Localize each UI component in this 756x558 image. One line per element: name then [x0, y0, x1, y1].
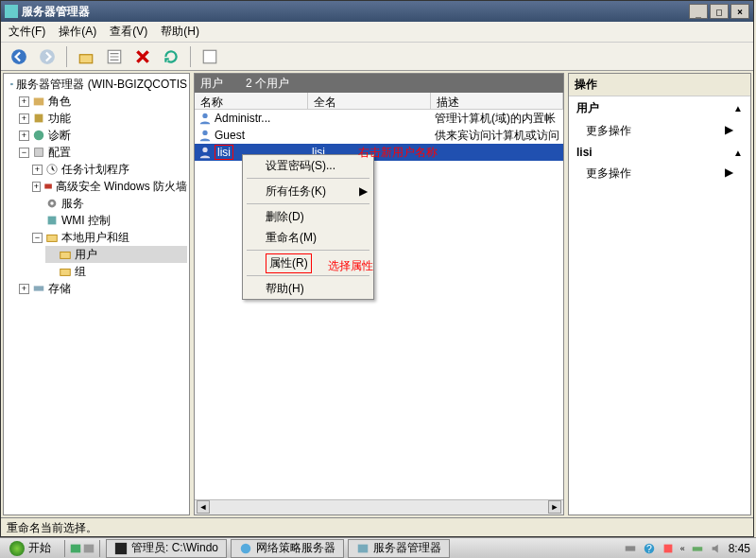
expander-icon[interactable]: + — [19, 131, 29, 141]
tray-chevron-icon[interactable]: « — [680, 544, 685, 553]
horizontal-scrollbar[interactable]: ◄ ► — [195, 499, 563, 514]
chevron-up-icon: ▲ — [733, 148, 743, 158]
menu-help[interactable]: 帮助(H) — [161, 24, 199, 40]
actions-more-2[interactable]: 更多操作▶ — [569, 163, 750, 184]
scroll-left-icon[interactable]: ◄ — [197, 500, 210, 514]
arrow-right-icon: ▶ — [725, 166, 733, 182]
scroll-right-icon[interactable]: ► — [548, 500, 561, 514]
delete-button[interactable] — [130, 44, 155, 69]
tree-storage[interactable]: +存储 — [19, 280, 187, 297]
tree-users[interactable]: 用户 — [45, 246, 187, 263]
user-icon — [198, 112, 212, 125]
tree-root[interactable]: 服务器管理器 (WIN-BGIZQCOTIS — [6, 76, 187, 93]
properties-button[interactable] — [102, 44, 127, 69]
table-row[interactable]: Guest 供来宾访问计算机或访问 — [195, 127, 563, 144]
tree-localusersgroups[interactable]: −本地用户和组 — [32, 229, 187, 246]
user-icon — [198, 146, 212, 159]
ctx-help[interactable]: 帮助(H) — [243, 278, 373, 299]
svg-rect-7 — [35, 114, 43, 123]
actions-section-users[interactable]: 用户▲ — [569, 96, 750, 120]
tree-features[interactable]: +功能 — [19, 110, 187, 127]
expander-icon[interactable]: − — [32, 233, 43, 243]
svg-rect-31 — [692, 547, 702, 550]
back-button[interactable] — [7, 44, 31, 69]
menu-view[interactable]: 查看(V) — [110, 24, 147, 40]
quicklaunch-icon[interactable] — [82, 542, 95, 555]
restore-button[interactable]: □ — [710, 4, 729, 19]
ctx-all-tasks[interactable]: 所有任务(K)▶ — [243, 181, 373, 201]
menubar: 文件(F) 操作(A) 查看(V) 帮助(H) — [1, 22, 753, 43]
window-title: 服务器管理器 — [22, 4, 90, 20]
volume-icon[interactable] — [710, 542, 723, 555]
tree-config[interactable]: −配置 — [19, 144, 187, 161]
app-icon — [5, 5, 18, 18]
taskbar-item[interactable]: 服务器管理器 — [348, 539, 450, 558]
taskbar-item[interactable]: 网络策略服务器 — [231, 539, 344, 558]
svg-point-13 — [50, 201, 54, 205]
tray-icon[interactable]: ? — [643, 542, 656, 555]
menu-separator — [247, 275, 369, 276]
svg-rect-27 — [625, 546, 635, 550]
ctx-rename[interactable]: 重命名(M) — [243, 227, 373, 248]
col-name[interactable]: 名称 — [195, 93, 308, 109]
status-bar: 重命名当前选择。 — [1, 517, 753, 536]
actions-section-lisi[interactable]: lisi▲ — [569, 142, 750, 163]
help-button[interactable] — [198, 44, 222, 69]
chevron-up-icon: ▲ — [733, 103, 743, 113]
ctx-delete[interactable]: 删除(D) — [243, 206, 373, 227]
tree-firewall[interactable]: +高级安全 Windows 防火墙 — [32, 178, 187, 195]
svg-rect-30 — [663, 544, 672, 552]
menu-separator — [247, 203, 369, 204]
tray-icon[interactable] — [624, 542, 637, 555]
close-button[interactable]: × — [730, 4, 749, 19]
svg-rect-11 — [44, 183, 52, 188]
ctx-set-password[interactable]: 设置密码(S)... — [243, 155, 373, 176]
svg-rect-16 — [60, 252, 71, 258]
svg-point-25 — [241, 543, 251, 553]
list-header-title: 用户 — [200, 76, 223, 92]
svg-rect-2 — [79, 54, 93, 62]
svg-rect-24 — [115, 542, 127, 553]
minimize-button[interactable]: _ — [689, 4, 708, 19]
tree-wmi[interactable]: WMI 控制 — [32, 212, 187, 229]
user-icon — [198, 129, 212, 142]
up-button[interactable] — [74, 44, 98, 69]
refresh-button[interactable] — [159, 44, 183, 69]
svg-point-19 — [202, 113, 207, 118]
taskbar-item[interactable]: 管理员: C:\Windo — [106, 539, 227, 558]
expander-icon[interactable]: + — [32, 165, 43, 175]
tree-diagnostics[interactable]: +诊断 — [19, 127, 187, 144]
menu-separator — [247, 250, 369, 251]
svg-point-8 — [34, 131, 44, 141]
menu-action[interactable]: 操作(A) — [59, 24, 96, 40]
list-header-count: 2 个用户 — [246, 76, 289, 92]
col-fullname[interactable]: 全名 — [308, 93, 431, 109]
tray-icon[interactable] — [691, 542, 704, 555]
forward-button[interactable] — [35, 44, 60, 69]
svg-rect-9 — [35, 148, 43, 157]
tree-services[interactable]: 服务 — [32, 195, 187, 212]
expander-icon[interactable]: − — [19, 148, 29, 158]
svg-point-21 — [202, 148, 207, 152]
start-button[interactable]: 开始 — [0, 538, 60, 559]
expander-icon[interactable]: + — [19, 96, 29, 107]
clock[interactable]: 8:45 — [729, 542, 750, 555]
arrow-right-icon: ▶ — [725, 123, 733, 139]
tree-groups[interactable]: 组 — [45, 263, 187, 280]
svg-rect-15 — [47, 235, 58, 241]
expander-icon[interactable]: + — [32, 182, 41, 192]
svg-rect-18 — [34, 286, 44, 290]
expander-icon[interactable]: + — [19, 113, 29, 124]
tree-pane: 服务器管理器 (WIN-BGIZQCOTIS +角色 +功能 +诊断 −配置 +… — [3, 73, 190, 515]
tray-icon[interactable] — [662, 542, 675, 555]
actions-more-1[interactable]: 更多操作▶ — [569, 120, 750, 142]
tree-tasksched[interactable]: +任务计划程序 — [32, 161, 187, 178]
col-desc[interactable]: 描述 — [431, 93, 563, 109]
quicklaunch-icon[interactable] — [69, 542, 82, 555]
system-tray: ? « 8:45 — [618, 542, 756, 555]
tree-roles[interactable]: +角色 — [19, 93, 187, 110]
expander-icon[interactable]: + — [19, 284, 29, 294]
svg-rect-14 — [48, 217, 57, 225]
menu-file[interactable]: 文件(F) — [9, 24, 45, 40]
table-row[interactable]: Administr... 管理计算机(域)的内置帐 — [195, 110, 563, 127]
